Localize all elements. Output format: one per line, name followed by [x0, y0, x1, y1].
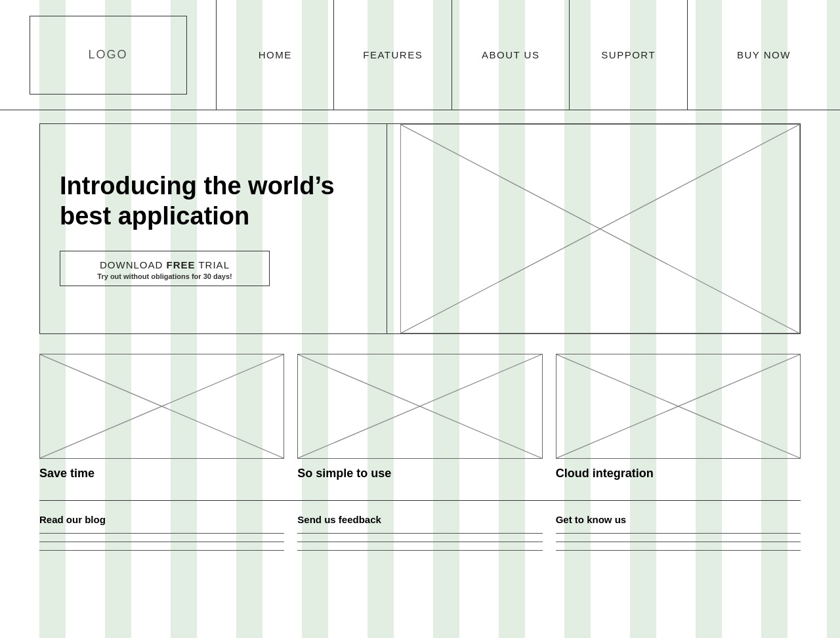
footer-line-know-2 [556, 550, 801, 551]
feature-img-cloud [556, 354, 801, 459]
footer-line-feedback-1 [297, 542, 542, 542]
nav-item-about[interactable]: ABOUT US [452, 0, 570, 110]
hero-image [400, 124, 800, 333]
feature-img-save-time [39, 354, 284, 459]
hero-placeholder-img [400, 124, 800, 333]
footer-col-title-feedback: Send us feedback [297, 514, 542, 525]
nav-item-features[interactable]: FEATURES [334, 0, 452, 110]
footer-line-feedback-2 [297, 550, 542, 551]
footer-links: Read our blogSend us feedbackGet to know… [39, 514, 801, 572]
cta-sub-text: Try out without obligations for 30 days! [74, 272, 256, 280]
logo-area: LOGO [0, 0, 217, 110]
footer-line-know-1 [556, 542, 801, 542]
cta-bold: FREE [167, 259, 196, 270]
feature-title-save-time: Save time [39, 467, 284, 480]
main-nav: HOMEFEATURESABOUT USSUPPORTBUY NOW [217, 0, 840, 110]
hero-left: Introducing the world’s best application… [40, 124, 387, 333]
footer-col-title-blog: Read our blog [39, 514, 284, 525]
feature-card-simple: So simple to use [297, 354, 542, 480]
cta-button[interactable]: DOWNLOAD FREE TRIAL Try out without obli… [60, 251, 270, 286]
footer-line-know-0 [556, 533, 801, 534]
feature-title-cloud: Cloud integration [556, 467, 801, 480]
main-content: Introducing the world’s best application… [0, 110, 840, 591]
feature-title-simple: So simple to use [297, 467, 542, 480]
hero-section: Introducing the world’s best application… [39, 123, 801, 334]
hero-title: Introducing the world’s best application [60, 171, 367, 231]
footer-line-blog-1 [39, 542, 284, 542]
footer-col-feedback: Send us feedback [297, 514, 542, 559]
features-row: Save time So simple to use Cloud integra… [39, 354, 801, 480]
feature-card-save-time: Save time [39, 354, 284, 480]
section-divider [39, 500, 801, 501]
cta-main-text: DOWNLOAD FREE TRIAL [74, 259, 256, 270]
nav-item-support[interactable]: SUPPORT [570, 0, 687, 110]
footer-col-know: Get to know us [556, 514, 801, 559]
footer-line-blog-2 [39, 550, 284, 551]
nav-item-buy[interactable]: BUY NOW [688, 0, 840, 110]
feature-img-simple [297, 354, 542, 459]
header: LOGO HOMEFEATURESABOUT USSUPPORTBUY NOW [0, 0, 840, 110]
nav-item-home[interactable]: HOME [217, 0, 334, 110]
cta-post: TRIAL [196, 259, 230, 270]
footer-line-blog-0 [39, 533, 284, 534]
footer-line-feedback-0 [297, 533, 542, 534]
logo-box: LOGO [30, 16, 187, 95]
logo-text: LOGO [88, 48, 127, 62]
cta-pre: DOWNLOAD [100, 259, 167, 270]
footer-col-title-know: Get to know us [556, 514, 801, 525]
feature-card-cloud: Cloud integration [556, 354, 801, 480]
footer-col-blog: Read our blog [39, 514, 284, 559]
